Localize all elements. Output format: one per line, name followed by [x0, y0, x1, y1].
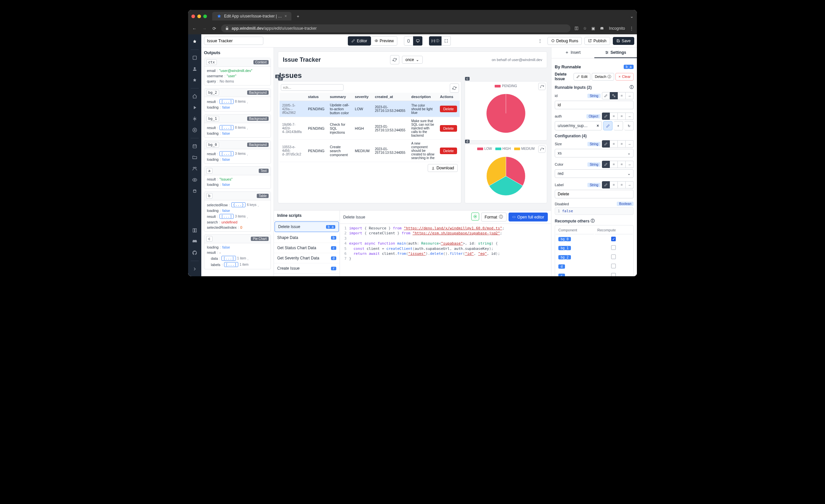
table-search-input[interactable] — [281, 84, 344, 91]
table-row[interactable]: 208f5-.5-428a-.-iff0a2962PENDINGUpdate c… — [280, 101, 460, 117]
bookmark-icon[interactable]: ☆ — [583, 26, 587, 31]
close-icon[interactable]: × — [597, 124, 599, 128]
chevron-down-icon[interactable]: ⌄ — [630, 14, 633, 19]
folder-icon[interactable] — [190, 153, 199, 162]
delete-row-button[interactable]: Delete — [440, 105, 457, 112]
size-select[interactable]: xs⌄ — [555, 149, 633, 157]
db-icon[interactable]: ⌗ — [618, 181, 626, 189]
output-block-bg0[interactable]: bg_0Background result : [...] 3 items , … — [204, 140, 271, 164]
fullscreen-icon[interactable] — [442, 36, 451, 46]
recompute-checkbox[interactable]: ✓ — [611, 237, 616, 241]
label-input[interactable] — [555, 190, 633, 198]
db-icon[interactable]: ⌗ — [618, 140, 626, 148]
arrow-icon[interactable]: → — [626, 113, 633, 120]
pen-icon[interactable] — [602, 161, 610, 168]
table-row[interactable]: 10553-e-4d56-d-.0f7d5c3c2PENDINGCreate s… — [280, 140, 460, 162]
db-icon[interactable]: ⌗ — [618, 161, 626, 168]
delete-row-button[interactable]: Delete — [440, 125, 457, 132]
workspace-icon[interactable] — [190, 53, 199, 62]
resources-icon[interactable] — [190, 126, 199, 135]
table-header[interactable]: severity — [352, 93, 372, 101]
severity-chart[interactable]: d LOWHIGHMEDIUM — [465, 144, 547, 203]
run-script-icon[interactable] — [471, 213, 479, 220]
editor-tab[interactable]: Editor — [348, 36, 371, 46]
output-block-c[interactable]: cPie Chart loading : false result : - da… — [204, 234, 271, 269]
download-button[interactable]: Download — [428, 164, 458, 172]
recompute-checkbox[interactable] — [611, 255, 616, 259]
code-editor[interactable]: 1import { Resource } from "https://deno.… — [340, 224, 551, 276]
link-icon[interactable]: ⌗ — [610, 113, 618, 120]
recompute-checkbox[interactable] — [611, 245, 616, 250]
script-item[interactable]: Create Issuer — [274, 264, 340, 274]
refresh-chart-icon[interactable] — [538, 146, 545, 153]
refresh-resource-icon[interactable]: ↻ — [624, 121, 633, 130]
format-button[interactable]: Format ⓘ — [481, 213, 507, 221]
info-icon[interactable]: ⓘ — [591, 218, 595, 224]
open-full-editor-button[interactable]: Open full editor — [509, 213, 548, 221]
close-window-icon[interactable] — [192, 14, 195, 18]
pen-icon[interactable] — [602, 181, 610, 189]
forward-button[interactable]: → — [201, 26, 207, 31]
recompute-checkbox[interactable] — [611, 264, 616, 268]
tab-insert[interactable]: Insert — [551, 48, 594, 58]
book-icon[interactable] — [190, 226, 199, 235]
back-button[interactable]: ← — [192, 26, 197, 31]
run-mode-select[interactable]: once ⌄ — [402, 56, 423, 64]
link-icon[interactable]: ⌗ — [610, 140, 618, 148]
id-input[interactable] — [555, 101, 633, 109]
script-item[interactable]: Delete Issueb_a — [275, 221, 339, 232]
debug-runs-button[interactable]: Debug Runs — [547, 37, 582, 45]
output-block-b[interactable]: bTable selectedRow : {...} 6 keys , load… — [204, 192, 271, 232]
arrow-icon[interactable]: → — [626, 161, 633, 168]
discord-icon[interactable] — [190, 237, 199, 246]
workers-icon[interactable] — [190, 187, 199, 196]
edit-resource-icon[interactable] — [603, 121, 612, 130]
refresh-all-icon[interactable] — [390, 55, 399, 64]
github-icon[interactable] — [190, 248, 199, 258]
expand-rail-icon[interactable] — [190, 264, 199, 274]
output-block-a[interactable]: aText result : "Issues" loading : false — [204, 166, 271, 189]
home-icon[interactable] — [190, 92, 199, 101]
pen-icon[interactable] — [602, 113, 610, 120]
arrow-icon[interactable]: → — [626, 92, 633, 99]
user-icon[interactable] — [190, 64, 199, 74]
preview-tab[interactable]: Preview — [371, 36, 398, 46]
table-component[interactable]: b statussummaryseveritycreated_atdescrip… — [278, 81, 461, 203]
auth-input[interactable]: u/user/my_sup…× — [555, 121, 602, 130]
db-icon[interactable]: ⌗ — [618, 113, 626, 120]
arrow-icon[interactable]: → — [626, 181, 633, 189]
clear-runnable-button[interactable]: × Clear — [615, 73, 633, 80]
minimize-window-icon[interactable] — [197, 14, 201, 18]
runs-icon[interactable] — [190, 103, 199, 112]
disabled-value[interactable]: 1 false — [555, 207, 633, 215]
close-tab-icon[interactable]: × — [285, 14, 287, 18]
new-tab-button[interactable]: + — [294, 12, 302, 20]
refresh-table-icon[interactable] — [450, 83, 459, 93]
info-icon[interactable]: ⓘ — [630, 84, 633, 90]
arrow-icon[interactable]: → — [626, 140, 633, 148]
save-button[interactable]: Save — [613, 37, 634, 45]
detach-runnable-button[interactable]: Detach ⓘ — [592, 73, 614, 80]
key-icon[interactable]: ⚿ — [575, 26, 579, 31]
app-title-input[interactable] — [204, 37, 264, 45]
output-block-ctx[interactable]: ctxContext email : "user@windmill.dev"us… — [204, 58, 271, 85]
script-item[interactable]: Shape Datab — [274, 233, 340, 243]
link-icon[interactable] — [610, 92, 618, 99]
output-block-bg1[interactable]: bg_1Background result : [...] 8 items , … — [204, 114, 271, 138]
table-header[interactable]: status — [305, 93, 327, 101]
menu-icon[interactable]: ⋮ — [630, 26, 633, 31]
windmill-logo-icon[interactable] — [190, 37, 199, 46]
mobile-view-icon[interactable] — [404, 36, 413, 46]
publish-button[interactable]: Publish — [584, 37, 610, 45]
color-select[interactable]: red⌄ — [555, 169, 633, 178]
address-bar[interactable]: app.windmill.dev/apps/edit/u/user/issue-… — [221, 24, 571, 32]
pen-icon[interactable] — [602, 140, 610, 148]
groups-icon[interactable] — [190, 164, 199, 173]
script-item[interactable]: Get Status Chart Datac — [274, 243, 340, 253]
db-icon[interactable]: ⌗ — [618, 92, 626, 99]
reload-button[interactable]: ⟳ — [211, 26, 217, 31]
recompute-checkbox[interactable] — [611, 273, 616, 276]
schedules-icon[interactable] — [190, 142, 199, 151]
panel-icon[interactable]: ▣ — [591, 26, 595, 31]
width-toggle[interactable]: |□| ⓘ — [429, 36, 442, 46]
